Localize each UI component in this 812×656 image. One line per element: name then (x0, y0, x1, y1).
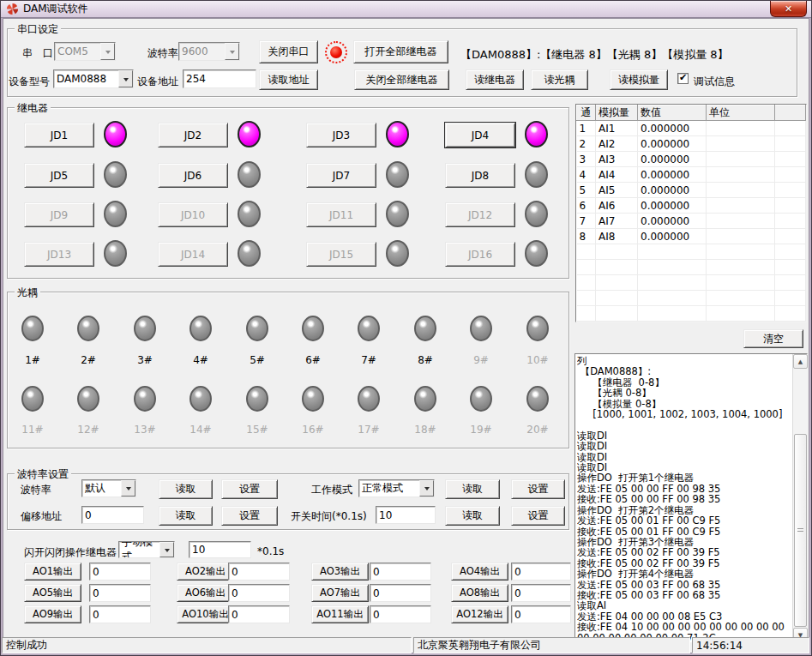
relay-button-jd2[interactable]: JD2 (158, 123, 228, 147)
close-serial-button[interactable]: 关闭串口 (259, 40, 318, 63)
ao-value-input-3[interactable] (370, 563, 431, 581)
opto-led-12# (77, 386, 99, 412)
flash-mode-select[interactable]: 手动模式 (118, 541, 175, 558)
relay-button-jd4[interactable]: JD4 (445, 123, 515, 147)
ao-value-input-9[interactable] (89, 605, 151, 623)
table-cell (577, 291, 596, 306)
device-model-select[interactable]: DAM0888 (53, 69, 134, 88)
ao-value-input-2[interactable] (228, 563, 290, 581)
opto-led-11# (21, 386, 44, 412)
switch-time-read-button[interactable]: 读取 (445, 506, 500, 526)
table-cell (775, 136, 806, 152)
close-button[interactable]: ✕ (770, 1, 807, 17)
ao-output-button-11[interactable]: AO11输出 (311, 605, 369, 623)
table-cell (707, 198, 775, 214)
table-cell (577, 275, 596, 291)
baud-settings-title: 波特率设置 (15, 467, 71, 482)
read-analog-button[interactable]: 读模拟量 (610, 69, 668, 90)
relay-button-jd1[interactable]: JD1 (24, 123, 94, 147)
device-address-input[interactable] (183, 69, 256, 88)
opto-label-7#: 7# (347, 354, 390, 366)
scroll-up-button[interactable]: ▲ (793, 354, 808, 369)
opto-led-20# (526, 386, 549, 412)
table-cell (638, 260, 707, 275)
ao-value-input-10[interactable] (228, 605, 290, 623)
ao-value-input-11[interactable] (370, 605, 431, 623)
chevron-down-icon (159, 542, 174, 557)
ao-value-input-5[interactable] (89, 584, 151, 602)
ao-output-button-1[interactable]: AO1输出 (24, 563, 81, 581)
ao-output-button-5[interactable]: AO5输出 (24, 584, 81, 602)
ao-output-button-4[interactable]: AO4输出 (451, 563, 508, 581)
ao-value-input-1[interactable] (89, 563, 151, 581)
baud-set-button[interactable]: 设置 (221, 479, 278, 499)
offset-address-input[interactable] (81, 506, 144, 524)
table-cell: AI2 (596, 136, 638, 152)
ao-value-input-6[interactable] (228, 584, 290, 602)
table-cell (638, 291, 707, 306)
com-port-select[interactable]: COM5 (54, 42, 116, 61)
switch-time-set-button[interactable]: 设置 (511, 506, 565, 526)
read-address-button[interactable]: 读取地址 (259, 69, 318, 90)
ao-value-input-8[interactable] (511, 584, 571, 602)
ao-output-button-6[interactable]: AO6输出 (177, 584, 234, 602)
offset-read-button[interactable]: 读取 (159, 506, 213, 526)
opto-label-19#: 19# (460, 424, 502, 436)
scrollbar-thumb[interactable] (794, 434, 807, 627)
table-cell: AI8 (596, 229, 638, 244)
relay-button-jd3[interactable]: JD3 (306, 123, 376, 147)
table-row (577, 275, 806, 291)
work-mode-select[interactable]: 正常模式 (358, 479, 435, 497)
ao-value-input-4[interactable] (511, 563, 571, 581)
ao-output-button-3[interactable]: AO3输出 (311, 563, 369, 581)
read-relay-button[interactable]: 读继电器 (466, 69, 524, 90)
clear-log-button[interactable]: 清空 (743, 329, 803, 348)
open-all-relays-button[interactable]: 打开全部继电器 (353, 40, 448, 63)
log-scrollbar[interactable]: ▲ ▼ (792, 354, 807, 642)
relay-button-jd13: JD13 (24, 242, 94, 267)
work-mode-read-button[interactable]: 读取 (445, 479, 500, 499)
baud-select[interactable]: 9600 (178, 42, 240, 61)
work-mode-set-button[interactable]: 设置 (511, 479, 565, 499)
ao-output-button-9[interactable]: AO9输出 (24, 605, 81, 623)
opto-led-16# (302, 386, 324, 412)
ao-output-button-7[interactable]: AO7输出 (311, 584, 369, 602)
flash-time-input[interactable] (189, 541, 251, 558)
baud-read-button[interactable]: 读取 (159, 479, 213, 499)
log-output[interactable]: 列 【DAM0888】: 【继电器 0-8】 【光耦 0-8】 【模拟量 0-8… (577, 356, 791, 641)
table-row (577, 244, 806, 260)
table-cell (707, 121, 775, 136)
debug-info-checkbox[interactable]: ✔ (677, 73, 689, 84)
baud-setting-value: 默认 (82, 480, 121, 497)
switch-time-input[interactable] (376, 506, 436, 524)
table-row (577, 291, 806, 306)
offset-set-button[interactable]: 设置 (221, 506, 278, 526)
ao-value-input-7[interactable] (370, 584, 431, 602)
table-cell (638, 306, 707, 322)
table-row: 5AI50.000000 (577, 183, 806, 198)
titlebar[interactable]: DAM调试软件 ✕ (1, 1, 811, 18)
baud-setting-select[interactable]: 默认 (81, 479, 136, 497)
com-port-label: 串 口 (22, 46, 53, 61)
table-cell (775, 198, 806, 214)
device-model-label: 设备型号 (9, 75, 50, 89)
ao-output-button-10[interactable]: AO10输出 (177, 605, 234, 623)
ao-value-input-12[interactable] (511, 605, 571, 623)
ao-output-button-8[interactable]: AO8输出 (451, 584, 508, 602)
relay-button-jd6[interactable]: JD6 (158, 163, 228, 188)
opto-led-2# (77, 316, 99, 341)
com-port-value: COM5 (55, 43, 100, 60)
table-cell: 0.000000 (638, 229, 707, 244)
opto-label-15#: 15# (236, 424, 279, 436)
ao-output-button-2[interactable]: AO2输出 (177, 563, 234, 581)
relay-button-jd7[interactable]: JD7 (306, 163, 376, 188)
close-all-relays-button[interactable]: 关闭全部继电器 (354, 69, 449, 90)
relay-button-jd8[interactable]: JD8 (445, 163, 515, 188)
opto-led-3# (134, 316, 156, 341)
relay-led-8 (525, 161, 548, 188)
opto-label-9#: 9# (460, 354, 502, 366)
read-opto-button[interactable]: 读光耦 (531, 69, 588, 90)
ao-output-button-12[interactable]: AO12输出 (451, 605, 508, 623)
status-company: 北京聚英翱翔电子有限公司 (413, 637, 690, 653)
relay-button-jd5[interactable]: JD5 (24, 163, 94, 188)
